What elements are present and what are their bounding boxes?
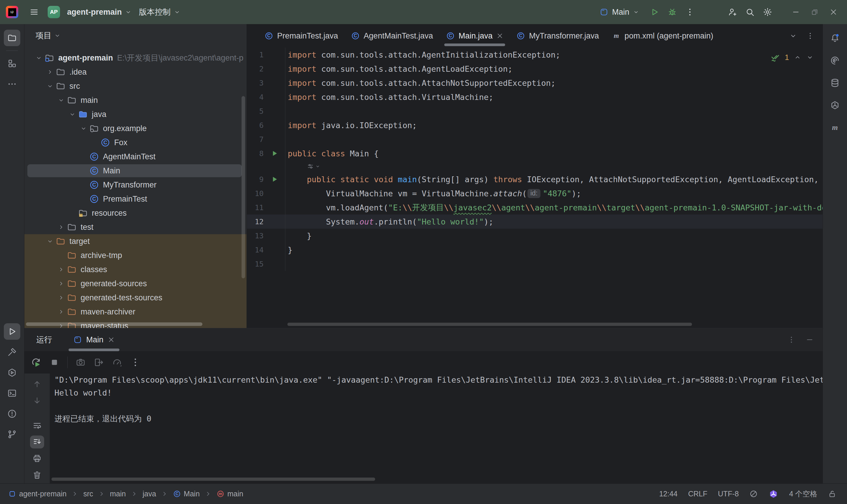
- breadcrumb-item[interactable]: agent-premain: [8, 490, 67, 498]
- scroll-to-end-button[interactable]: [30, 435, 44, 448]
- tree-item-java[interactable]: java: [24, 107, 246, 121]
- sidebar-item-problems[interactable]: [4, 406, 20, 422]
- sidebar-item-project[interactable]: [4, 30, 20, 46]
- tree-item-main[interactable]: main: [24, 93, 246, 107]
- tree-item-PremainTest[interactable]: CPremainTest: [24, 192, 246, 206]
- search-everywhere-button[interactable]: [742, 4, 758, 20]
- maximize-button[interactable]: [806, 4, 824, 20]
- code-with-me-button[interactable]: [724, 4, 741, 20]
- code-line[interactable]: 10 VirtualMachine vm = VirtualMachine.at…: [247, 186, 823, 200]
- sidebar-item-terminal[interactable]: [4, 385, 20, 401]
- clear-console-button[interactable]: [30, 469, 44, 482]
- tree-item-src[interactable]: src: [24, 79, 246, 93]
- code-line[interactable]: 3import com.sun.tools.attach.AttachNotSu…: [247, 76, 823, 90]
- close-icon[interactable]: [108, 336, 115, 343]
- code-line[interactable]: 13 }: [247, 229, 823, 243]
- code-line[interactable]: 14}: [247, 243, 823, 257]
- database-button[interactable]: [827, 75, 843, 91]
- tree-item-Fox[interactable]: CFox: [24, 136, 246, 149]
- tree-item-target[interactable]: target: [24, 234, 246, 248]
- code-line[interactable]: 5: [247, 104, 823, 118]
- sidebar-item-services[interactable]: [4, 364, 20, 381]
- ai-assistant-button[interactable]: [827, 52, 843, 69]
- thread-dump-button[interactable]: [75, 357, 86, 367]
- chevron-down-icon[interactable]: [806, 53, 814, 61]
- plugin-tool-button[interactable]: [827, 97, 843, 113]
- breadcrumb-item[interactable]: main: [110, 490, 126, 498]
- indent-setting[interactable]: 4 个空格: [789, 489, 817, 499]
- run-panel-options-icon[interactable]: [787, 336, 796, 344]
- breadcrumb-item[interactable]: mmain: [217, 490, 243, 498]
- tree-item-classes[interactable]: classes: [24, 263, 246, 276]
- sidebar-item-git[interactable]: [4, 426, 20, 443]
- detach-button[interactable]: [93, 357, 104, 367]
- sidebar-item-more[interactable]: [4, 76, 20, 92]
- close-button[interactable]: [825, 4, 842, 20]
- code-line[interactable]: 8public class Main {: [247, 146, 823, 160]
- project-avatar[interactable]: AP: [48, 6, 60, 18]
- stop-button[interactable]: [49, 357, 60, 367]
- editor-tab[interactable]: CMyTransformer.java: [510, 24, 605, 48]
- tree-item-Main[interactable]: CMain: [24, 164, 246, 178]
- more-actions-button[interactable]: [682, 4, 698, 20]
- tree-item-maven-archiver[interactable]: maven-archiver: [24, 305, 246, 319]
- profiler-button[interactable]: [112, 357, 122, 367]
- scroll-up-button[interactable]: [30, 378, 44, 391]
- inspection-widget[interactable]: 1: [770, 52, 814, 62]
- plugin-status-icon[interactable]: [768, 489, 778, 499]
- highlighting-level-icon[interactable]: [749, 490, 758, 498]
- tree-item-MyTransformer[interactable]: CMyTransformer: [24, 178, 246, 192]
- tree-item-generated-sources[interactable]: generated-sources: [24, 276, 246, 291]
- code-editor[interactable]: 1 1import com.sun.tools.attach.AgentInit…: [247, 48, 823, 328]
- editor-horizontal-scrollbar[interactable]: [288, 323, 692, 326]
- run-configuration-selector[interactable]: Main: [597, 4, 642, 20]
- caret-position[interactable]: 12:44: [659, 490, 677, 498]
- rerun-button[interactable]: [31, 357, 41, 367]
- toolbar-more-icon[interactable]: [130, 357, 141, 367]
- code-line[interactable]: 12 System.out.println("Hello world!");: [247, 215, 823, 229]
- sidebar-item-structure[interactable]: [4, 55, 20, 72]
- console-horizontal-scrollbar[interactable]: [51, 478, 375, 481]
- project-widget[interactable]: agent-premain: [64, 4, 135, 20]
- main-menu-button[interactable]: [26, 4, 42, 20]
- editor-tab[interactable]: CAgentMainTest.java: [345, 24, 439, 48]
- run-line-icon[interactable]: [270, 149, 279, 158]
- unlock-icon[interactable]: [828, 490, 836, 498]
- debug-button[interactable]: [664, 4, 680, 20]
- code-vision-inlay[interactable]: [247, 160, 823, 172]
- editor-tab[interactable]: mpom.xml (agent-premain): [605, 24, 720, 48]
- sidebar-item-run[interactable]: [4, 323, 20, 340]
- code-line[interactable]: 11 vm.loadAgent("E:\\开发项目\\javasec2\\age…: [247, 200, 823, 215]
- tree-item-resources[interactable]: resources: [24, 206, 246, 220]
- editor-tab[interactable]: CMain.java: [439, 24, 510, 48]
- run-line-icon[interactable]: [270, 175, 279, 183]
- tree-horizontal-scrollbar[interactable]: [26, 322, 203, 326]
- notifications-button[interactable]: [827, 30, 843, 47]
- code-line[interactable]: 1import com.sun.tools.attach.AgentInitia…: [247, 48, 823, 62]
- tree-item-org.example[interactable]: org.example: [24, 121, 246, 136]
- vcs-widget[interactable]: 版本控制: [136, 4, 184, 20]
- code-line[interactable]: 2import com.sun.tools.attach.AgentLoadEx…: [247, 62, 823, 76]
- sidebar-item-build[interactable]: [4, 344, 20, 360]
- settings-button[interactable]: [759, 4, 776, 20]
- tree-item-test[interactable]: test: [24, 220, 246, 234]
- breadcrumb-item[interactable]: src: [83, 490, 93, 498]
- breadcrumb-item[interactable]: java: [143, 490, 156, 498]
- tree-item-generated-test-sources[interactable]: generated-test-sources: [24, 291, 246, 305]
- maven-button[interactable]: m: [827, 119, 843, 136]
- tree-item-.idea[interactable]: .idea: [24, 65, 246, 79]
- hide-panel-icon[interactable]: [806, 336, 814, 344]
- tree-item-agent-premain[interactable]: agent-premainE:\开发项目\javasec2\agent\agen…: [24, 51, 246, 65]
- minimize-button[interactable]: [787, 4, 805, 20]
- run-tab-main[interactable]: Main: [69, 328, 119, 351]
- print-button[interactable]: [30, 452, 44, 465]
- code-line[interactable]: 9 public static void main(String[] args)…: [247, 172, 823, 186]
- tree-item-archive-tmp[interactable]: archive-tmp: [24, 248, 246, 263]
- breadcrumb-item[interactable]: CMain: [173, 490, 200, 498]
- project-panel-header[interactable]: 项目: [24, 24, 246, 47]
- code-line[interactable]: 15: [247, 257, 823, 271]
- tab-list-dropdown-icon[interactable]: [789, 32, 797, 40]
- close-icon[interactable]: [496, 32, 503, 39]
- editor-tab[interactable]: CPremainTest.java: [258, 24, 345, 48]
- run-button[interactable]: [646, 4, 663, 20]
